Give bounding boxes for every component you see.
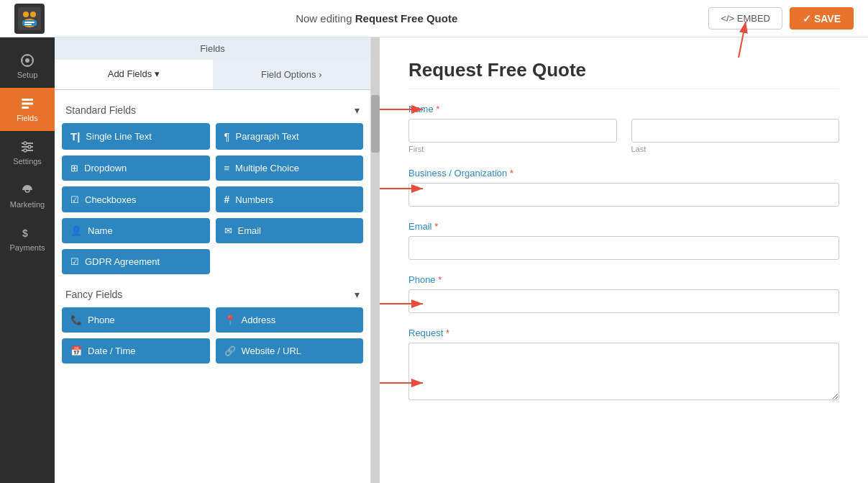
sidebar-label-marketing: Marketing — [10, 200, 45, 209]
logo-icon — [14, 4, 45, 34]
gdpr-icon: ☑ — [70, 256, 79, 267]
sidebar: Setup Fields Settings — [0, 37, 55, 483]
form-field-request: Request * — [408, 328, 839, 402]
business-input[interactable] — [408, 183, 839, 207]
name-icon: 👤 — [70, 225, 82, 236]
form-field-business: Business / Organization * — [408, 168, 839, 207]
dropdown-icon: ⊞ — [70, 163, 78, 173]
dropdown-label: Dropdown — [84, 163, 127, 173]
svg-text:$: $ — [22, 227, 28, 239]
svg-rect-9 — [22, 107, 29, 109]
svg-rect-7 — [22, 99, 33, 101]
tab-field-options[interactable]: Field Options › — [213, 60, 371, 89]
svg-point-2 — [30, 12, 36, 17]
fancy-fields-header[interactable]: Fancy Fields ▾ — [62, 281, 363, 307]
form-field-email: Email * — [408, 221, 839, 260]
fields-panel-header: Fields — [55, 37, 370, 60]
sidebar-item-payments[interactable]: $ Payments — [0, 217, 55, 261]
standard-fields-chevron: ▾ — [355, 104, 360, 116]
fancy-fields-chevron: ▾ — [355, 289, 360, 300]
field-btn-address[interactable]: 📍 Address — [216, 307, 364, 333]
checkboxes-icon: ☑ — [70, 194, 79, 205]
name-first-sublabel: First — [408, 145, 617, 153]
content-area: Fields Add Fields ▾ Field Options › Stan… — [55, 37, 868, 483]
field-btn-paragraph-text[interactable]: ¶ Paragraph Text — [216, 123, 364, 150]
phone-input[interactable] — [408, 289, 839, 313]
gdpr-label: GDPR Agreement — [85, 256, 160, 267]
form-field-phone: Phone * — [408, 274, 839, 313]
website-url-icon: 🔗 — [224, 346, 236, 356]
field-btn-phone[interactable]: 📞 Phone — [62, 307, 210, 333]
field-btn-website-url[interactable]: 🔗 Website / URL — [216, 338, 364, 364]
sidebar-item-marketing[interactable]: Marketing — [0, 174, 55, 217]
tab-add-fields[interactable]: Add Fields ▾ — [55, 60, 213, 89]
name-last-sublabel: Last — [631, 145, 840, 153]
save-button[interactable]: ✓ SAVE — [790, 7, 854, 30]
website-url-label: Website / URL — [242, 346, 302, 356]
sidebar-item-fields[interactable]: Fields — [0, 88, 55, 131]
field-btn-checkboxes[interactable]: ☑ Checkboxes — [62, 186, 210, 212]
email-input[interactable] — [408, 236, 839, 260]
name-label: Name — [88, 225, 113, 236]
numbers-icon: # — [224, 194, 230, 205]
field-btn-name[interactable]: 👤 Name — [62, 218, 210, 243]
sidebar-item-setup[interactable]: Setup — [0, 45, 55, 88]
field-btn-multiple-choice[interactable]: ≡ Multiple Choice — [216, 155, 364, 181]
svg-point-14 — [28, 145, 31, 148]
request-textarea[interactable] — [408, 343, 839, 400]
standard-fields-header[interactable]: Standard Fields ▾ — [62, 97, 363, 123]
svg-rect-6 — [24, 24, 32, 25]
top-bar: Now editing Request Free Quote </> EMBED… — [0, 0, 868, 37]
name-last-col: Last — [631, 119, 840, 153]
standard-fields-grid: T| Single Line Text ¶ Paragraph Text ⊞ D… — [62, 123, 363, 274]
date-time-label: Date / Time — [88, 346, 135, 356]
name-last-input[interactable] — [631, 119, 840, 143]
scrollbar[interactable] — [371, 37, 380, 483]
single-line-text-label: Single Line Text — [86, 131, 152, 142]
logo — [14, 4, 45, 34]
standard-fields-title: Standard Fields — [65, 104, 136, 116]
phone-label: Phone — [88, 315, 115, 325]
sidebar-label-fields: Fields — [17, 114, 37, 122]
single-line-text-icon: T| — [70, 130, 80, 143]
main-layout: Setup Fields Settings — [0, 37, 868, 483]
email-field-label: Email * — [408, 221, 839, 232]
name-first-col: First — [408, 119, 617, 153]
form-title: Request Free Quote — [408, 59, 839, 89]
form-preview: Request Free Quote Name * First Last — [380, 37, 868, 483]
sidebar-label-setup: Setup — [17, 71, 38, 79]
field-btn-gdpr[interactable]: ☑ GDPR Agreement — [62, 249, 210, 274]
top-bar-actions: </> EMBED ✓ SAVE — [708, 7, 854, 30]
fields-list: Standard Fields ▾ T| Single Line Text ¶ … — [55, 90, 370, 483]
fancy-fields-grid: 📞 Phone 📍 Address 📅 Date / Time 🔗 Websit… — [62, 307, 363, 364]
name-field-row: First Last — [408, 119, 839, 153]
field-btn-single-line-text[interactable]: T| Single Line Text — [62, 123, 210, 150]
svg-point-1 — [23, 12, 29, 17]
paragraph-text-label: Paragraph Text — [236, 131, 299, 142]
business-field-label: Business / Organization * — [408, 168, 839, 179]
address-icon: 📍 — [224, 315, 236, 325]
field-btn-dropdown[interactable]: ⊞ Dropdown — [62, 155, 210, 181]
checkboxes-label: Checkboxes — [85, 194, 137, 205]
field-btn-numbers[interactable]: # Numbers — [216, 186, 364, 212]
field-btn-date-time[interactable]: 📅 Date / Time — [62, 338, 210, 364]
phone-icon: 📞 — [70, 315, 82, 325]
fancy-fields-title: Fancy Fields — [65, 289, 122, 300]
email-icon: ✉ — [224, 225, 232, 236]
sidebar-label-settings: Settings — [13, 157, 42, 166]
field-btn-email[interactable]: ✉ Email — [216, 218, 364, 243]
page-title: Now editing Request Free Quote — [45, 12, 708, 24]
date-time-icon: 📅 — [70, 346, 82, 356]
address-label: Address — [242, 315, 276, 325]
svg-rect-5 — [24, 22, 35, 23]
email-label: Email — [238, 225, 262, 236]
numbers-label: Numbers — [235, 194, 273, 205]
sidebar-item-settings[interactable]: Settings — [0, 131, 55, 174]
name-first-input[interactable] — [408, 119, 617, 143]
svg-point-13 — [24, 142, 27, 145]
svg-rect-8 — [22, 103, 33, 105]
name-field-label: Name * — [408, 104, 839, 114]
embed-button[interactable]: </> EMBED — [708, 7, 782, 30]
multiple-choice-icon: ≡ — [224, 163, 230, 173]
fields-panel: Fields Add Fields ▾ Field Options › Stan… — [55, 37, 371, 483]
